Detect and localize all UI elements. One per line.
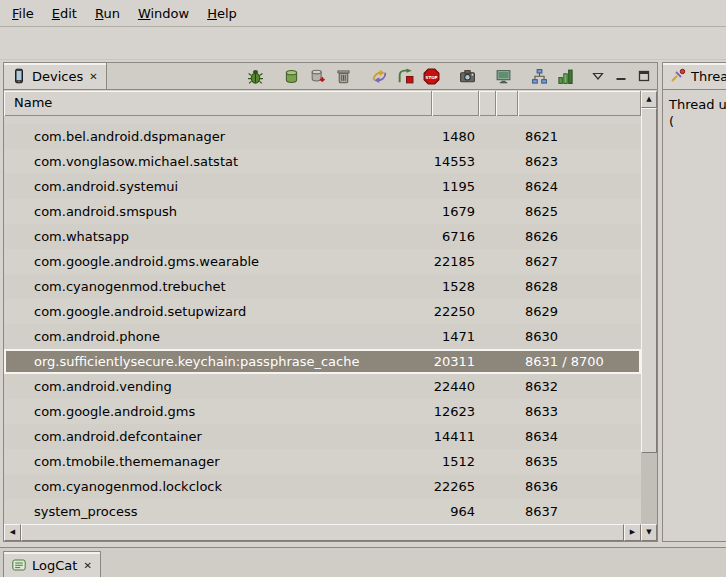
menu-file[interactable]: File: [3, 2, 43, 25]
update-threads-icon[interactable]: [367, 65, 391, 87]
threads-panel: Threads Thread up(: [662, 62, 726, 542]
debug-icon[interactable]: [243, 65, 267, 87]
column-header-port[interactable]: [518, 91, 641, 116]
process-row[interactable]: com.android.defcontainer144118634: [4, 424, 641, 449]
process-pid: 1471: [432, 324, 479, 349]
scroll-left-icon[interactable]: ◀: [4, 524, 21, 541]
process-port: 8632: [518, 374, 641, 399]
threads-content: Thread up(: [663, 91, 726, 541]
process-col-4: [496, 274, 518, 299]
minimize-icon[interactable]: [614, 69, 628, 83]
process-name: com.whatsapp: [4, 224, 432, 249]
maximize-icon[interactable]: [637, 69, 651, 83]
process-pid: 22185: [432, 249, 479, 274]
column-header-3[interactable]: [479, 91, 496, 116]
logcat-bar: LogCat ✕: [0, 547, 726, 577]
cause-gc-icon[interactable]: [331, 65, 355, 87]
process-row[interactable]: com.google.android.setupwizard222508629: [4, 299, 641, 324]
process-name: com.google.android.gms: [4, 399, 432, 424]
process-col-3: [479, 174, 496, 199]
devices-toolbar: STOP: [231, 63, 577, 89]
threads-tabbar: Threads: [663, 63, 726, 90]
process-port: 8623: [518, 149, 641, 174]
column-header-4[interactable]: [496, 91, 518, 116]
close-icon[interactable]: ✕: [82, 560, 92, 571]
process-col-3: [479, 474, 496, 499]
process-name: org.sufficientlysecure.keychain:passphra…: [4, 349, 432, 374]
process-col-4: [496, 224, 518, 249]
column-header-pid[interactable]: [432, 91, 479, 116]
dump-hprof-icon[interactable]: [305, 65, 329, 87]
process-name: com.google.android.setupwizard: [4, 299, 432, 324]
process-port: 8628: [518, 274, 641, 299]
process-name: system_process: [4, 499, 432, 524]
process-row[interactable]: com.cyanogenmod.trebuchet15288628: [4, 274, 641, 299]
vertical-scrollbar-thumb[interactable]: [641, 108, 657, 453]
process-row[interactable]: system_process9648637: [4, 499, 641, 524]
screen-record-icon[interactable]: [491, 65, 515, 87]
tab-logcat[interactable]: LogCat ✕: [3, 551, 101, 577]
process-col-3: [479, 374, 496, 399]
process-col-3: [479, 449, 496, 474]
menu-edit[interactable]: Edit: [43, 2, 86, 25]
process-row[interactable]: com.cyanogenmod.lockclock222658636: [4, 474, 641, 499]
column-header-name[interactable]: Name: [4, 91, 432, 116]
scroll-up-icon[interactable]: ▲: [641, 91, 657, 108]
process-name: com.bel.android.dspmanager: [4, 124, 432, 149]
logcat-icon: [11, 557, 27, 573]
vertical-scrollbar[interactable]: ▲: [641, 91, 657, 524]
method-profiling-icon[interactable]: [393, 65, 417, 87]
process-pid: 22440: [432, 374, 479, 399]
table-header: Name: [4, 91, 641, 116]
view-menu-icon[interactable]: [591, 69, 605, 83]
process-name: com.android.vending: [4, 374, 432, 399]
hierarchy-view-icon[interactable]: [527, 65, 551, 87]
process-port: 8634: [518, 424, 641, 449]
process-row[interactable]: com.android.vending224408632: [4, 374, 641, 399]
tab-devices-label: Devices: [32, 69, 83, 84]
screen-capture-icon[interactable]: [455, 65, 479, 87]
process-port: 8629: [518, 299, 641, 324]
devices-tabbar: Devices ✕ STOP: [4, 63, 657, 90]
process-row-selected[interactable]: org.sufficientlysecure.keychain:passphra…: [4, 349, 641, 374]
process-col-4: [496, 399, 518, 424]
process-row[interactable]: com.android.smspush16798625: [4, 199, 641, 224]
sysinfo-icon[interactable]: [553, 65, 577, 87]
process-col-4: [496, 499, 518, 524]
process-port: 8637: [518, 499, 641, 524]
update-heap-icon[interactable]: [279, 65, 303, 87]
process-col-3: [479, 424, 496, 449]
threads-message-line: (: [669, 113, 726, 130]
process-row[interactable]: com.bel.android.dspmanager14808621: [4, 124, 641, 149]
process-col-3: [479, 124, 496, 149]
process-col-4: [496, 349, 518, 374]
process-row[interactable]: com.android.phone14718630: [4, 324, 641, 349]
process-col-3: [479, 224, 496, 249]
close-icon[interactable]: ✕: [88, 71, 98, 82]
process-col-3: [479, 149, 496, 174]
process-name: com.tmobile.thememanager: [4, 449, 432, 474]
process-row[interactable]: com.whatsapp67168626: [4, 224, 641, 249]
scroll-down-icon[interactable]: ▼: [641, 524, 657, 541]
horizontal-scrollbar[interactable]: ◀ ▶: [4, 524, 641, 541]
horizontal-scrollbar-thumb[interactable]: [21, 524, 624, 541]
stop-process-icon[interactable]: STOP: [419, 65, 443, 87]
workspace: Devices ✕ STOP Name com.bel.android.dspm…: [0, 61, 726, 547]
tab-devices[interactable]: Devices ✕: [4, 63, 107, 89]
menu-bar: FileEditRunWindowHelp: [0, 0, 726, 27]
process-row[interactable]: com.google.android.gms126238633: [4, 399, 641, 424]
process-row[interactable]: com.android.systemui11958624: [4, 174, 641, 199]
process-col-3: [479, 349, 496, 374]
menu-window[interactable]: Window: [129, 2, 198, 25]
process-col-4: [496, 374, 518, 399]
tab-threads[interactable]: Threads: [663, 63, 726, 89]
process-name: com.cyanogenmod.trebuchet: [4, 274, 432, 299]
process-row[interactable]: com.google.android.gms.wearable221858627: [4, 249, 641, 274]
scroll-right-icon[interactable]: ▶: [624, 524, 641, 541]
process-row[interactable]: com.vonglasow.michael.satstat145538623: [4, 149, 641, 174]
process-col-4: [496, 124, 518, 149]
menu-help[interactable]: Help: [198, 2, 246, 25]
process-row[interactable]: com.tmobile.thememanager15128635: [4, 449, 641, 474]
process-col-4: [496, 149, 518, 174]
menu-run[interactable]: Run: [86, 2, 129, 25]
